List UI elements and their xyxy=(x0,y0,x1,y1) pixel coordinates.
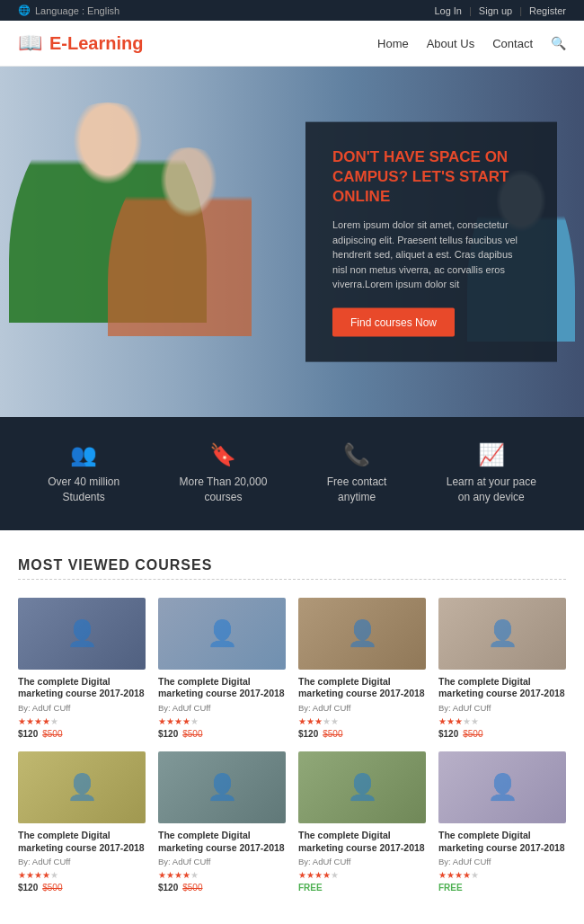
hero-section: DON'T HAVE SPACE ON CAMPUS? LET'S START … xyxy=(0,67,584,417)
course-card[interactable]: The complete Digital marketing course 20… xyxy=(18,598,146,739)
price-current: $120 xyxy=(158,883,178,893)
price-old: $500 xyxy=(182,883,202,893)
hero-description: Lorem ipsum dolor sit amet, consectetur … xyxy=(332,218,530,292)
price-row: $120 $500 xyxy=(298,729,426,739)
price-old: $500 xyxy=(182,729,202,739)
course-title: The complete Digital marketing course 20… xyxy=(18,676,146,700)
thumb-person-icon xyxy=(18,751,146,823)
thumb-person-icon xyxy=(158,751,286,823)
header: 📖 E-Learning Home About Us Contact 🔍 xyxy=(0,21,584,67)
logo-text: E-Learning xyxy=(49,33,143,54)
stat-courses: 🔖 More Than 20,000courses xyxy=(180,442,268,505)
students-icon: 👥 xyxy=(70,442,97,467)
price-row: $120 $500 xyxy=(18,883,146,893)
thumb-person-icon xyxy=(298,751,426,823)
price-row: $120 $500 xyxy=(18,729,146,739)
courses-grid: The complete Digital marketing course 20… xyxy=(18,598,566,893)
course-title: The complete Digital marketing course 20… xyxy=(158,676,286,700)
logo[interactable]: 📖 E-Learning xyxy=(18,31,143,55)
section-title: MOST VIEWED COURSES xyxy=(18,557,566,573)
price-row: $120 $500 xyxy=(158,883,286,893)
course-title: The complete Digital marketing course 20… xyxy=(438,830,566,854)
price-free: FREE xyxy=(438,883,463,893)
thumb-person-icon xyxy=(298,598,426,670)
auth-links: Log In | Sign up | Register xyxy=(434,5,566,16)
nav-contact[interactable]: Contact xyxy=(492,37,533,50)
language-label: Language : English xyxy=(35,5,119,16)
register-link[interactable]: Register xyxy=(529,5,566,16)
course-card[interactable]: The complete Digital marketing course 20… xyxy=(438,751,566,893)
course-stars: ★★★★★ xyxy=(298,870,426,880)
search-icon[interactable]: 🔍 xyxy=(551,36,566,50)
course-card[interactable]: The complete Digital marketing course 20… xyxy=(158,751,286,893)
thumb-person-icon xyxy=(438,751,566,823)
course-author: By: AdUf CUff xyxy=(158,857,286,866)
nav-about[interactable]: About Us xyxy=(427,37,474,50)
hero-image-left xyxy=(0,67,252,417)
find-courses-button[interactable]: Find courses Now xyxy=(332,307,455,336)
course-thumbnail xyxy=(18,751,146,823)
globe-icon: 🌐 xyxy=(18,4,31,16)
courses-section: MOST VIEWED COURSES The complete Digital… xyxy=(0,530,584,911)
course-stars: ★★★★★ xyxy=(18,716,146,726)
course-card[interactable]: The complete Digital marketing course 20… xyxy=(298,598,426,739)
price-row: FREE xyxy=(438,883,566,893)
price-current: $120 xyxy=(158,729,178,739)
price-old: $500 xyxy=(323,729,342,739)
thumb-person-icon xyxy=(18,598,146,670)
hero-title: DON'T HAVE SPACE ON CAMPUS? LET'S START … xyxy=(332,147,530,207)
stat-students: 👥 Over 40 millionStudents xyxy=(48,442,119,505)
course-author: By: AdUf CUff xyxy=(438,857,566,866)
stats-bar: 👥 Over 40 millionStudents 🔖 More Than 20… xyxy=(0,417,584,530)
course-thumbnail xyxy=(158,751,286,823)
price-current: $120 xyxy=(438,729,458,739)
price-current: $120 xyxy=(18,729,38,739)
course-author: By: AdUf CUff xyxy=(158,703,286,713)
course-author: By: AdUf CUff xyxy=(298,703,426,713)
course-title: The complete Digital marketing course 20… xyxy=(158,830,286,854)
thumb-person-icon xyxy=(158,598,286,670)
price-row: $120 $500 xyxy=(438,729,566,739)
course-thumbnail xyxy=(438,598,566,670)
price-current: $120 xyxy=(18,883,38,893)
signup-link[interactable]: Sign up xyxy=(479,5,512,16)
course-title: The complete Digital marketing course 20… xyxy=(18,830,146,854)
course-stars: ★★★★★ xyxy=(18,870,146,880)
course-title: The complete Digital marketing course 20… xyxy=(438,676,566,700)
main-nav: Home About Us Contact 🔍 xyxy=(377,36,566,50)
course-thumbnail xyxy=(18,598,146,670)
section-divider xyxy=(18,579,566,580)
course-card[interactable]: The complete Digital marketing course 20… xyxy=(438,598,566,739)
price-row: FREE xyxy=(298,883,426,893)
price-old: $500 xyxy=(42,883,62,893)
course-author: By: AdUf CUff xyxy=(298,857,426,866)
price-old: $500 xyxy=(463,729,482,739)
course-stars: ★★★★★ xyxy=(158,716,286,726)
course-card[interactable]: The complete Digital marketing course 20… xyxy=(158,598,286,739)
logo-icon: 📖 xyxy=(18,31,42,55)
price-free: FREE xyxy=(298,883,323,893)
thumb-person-icon xyxy=(438,598,566,670)
course-stars: ★★★★★ xyxy=(298,716,426,726)
stat-device: 📈 Learn at your paceon any device xyxy=(447,442,536,505)
top-bar: 🌐 Language : English Log In | Sign up | … xyxy=(0,0,584,21)
course-stars: ★★★★★ xyxy=(438,870,566,880)
courses-icon: 🔖 xyxy=(209,442,236,467)
course-author: By: AdUf CUff xyxy=(18,857,146,866)
course-card[interactable]: The complete Digital marketing course 20… xyxy=(298,751,426,893)
course-stars: ★★★★★ xyxy=(438,716,566,726)
course-author: By: AdUf CUff xyxy=(438,703,566,713)
course-author: By: AdUf CUff xyxy=(18,703,146,713)
course-card[interactable]: The complete Digital marketing course 20… xyxy=(18,751,146,893)
course-stars: ★★★★★ xyxy=(158,870,286,880)
login-link[interactable]: Log In xyxy=(434,5,462,16)
nav-home[interactable]: Home xyxy=(377,37,409,50)
contact-icon: 📞 xyxy=(343,442,370,467)
device-icon: 📈 xyxy=(478,442,505,467)
course-thumbnail xyxy=(298,751,426,823)
course-thumbnail xyxy=(438,751,566,823)
hero-overlay: DON'T HAVE SPACE ON CAMPUS? LET'S START … xyxy=(305,122,557,362)
course-title: The complete Digital marketing course 20… xyxy=(298,676,426,700)
course-thumbnail xyxy=(298,598,426,670)
language-selector[interactable]: 🌐 Language : English xyxy=(18,4,119,16)
